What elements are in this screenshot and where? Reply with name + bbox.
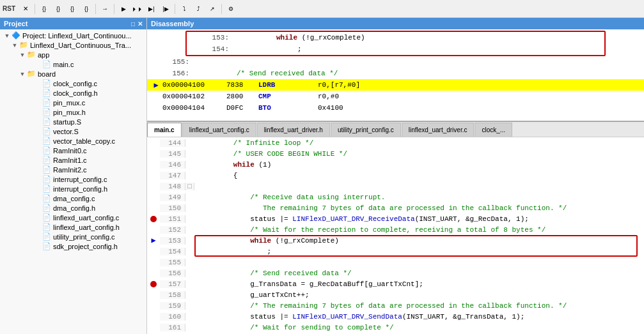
toolbar-sep-3 <box>114 4 114 14</box>
toolbar-debug-btn6[interactable]: ⤴ <box>192 3 205 15</box>
tree-clock-config-c[interactable]: 📄 clock_config.c <box>0 79 146 88</box>
tree-raminit1[interactable]: 📄 RamInit1.c <box>0 155 146 165</box>
tab-main-c[interactable]: main.c <box>147 123 182 137</box>
file-icon-dma-c: 📄 <box>42 194 51 202</box>
tree-label-lc-c: linflexd_uart_config.c <box>53 214 119 222</box>
toolbar-btn-4[interactable]: {} <box>80 3 93 15</box>
disasm-line-156: 156: /* Send received data */ <box>147 68 644 79</box>
folder-icon-board: 📁 <box>27 70 36 78</box>
disasm-code-153: while (!g_rxComplete) <box>234 34 426 42</box>
tree-startup-s[interactable]: 📄 startup.S <box>0 117 146 126</box>
panel-minimize-icon[interactable]: □ <box>131 20 135 27</box>
toolbar-btn-1[interactable]: {} <box>38 3 51 15</box>
tab-utility-print[interactable]: utility_print_config.c <box>331 123 401 137</box>
tree-label-app: app <box>38 51 49 59</box>
linenum-146: 146 <box>160 161 185 169</box>
content-149: /* Receive data using interrupt. <box>194 194 385 201</box>
disasm-instr-4104: BTO <box>258 104 297 112</box>
linenum-160: 160 <box>160 313 185 321</box>
code-editor[interactable]: 144 /* Infinite loop */ 145 /* USER CODE… <box>147 137 644 334</box>
linenum-150: 150 <box>160 204 185 212</box>
boxed-code-region: ▶ 153 while (!g_rxComplete) 154 ; <box>147 235 644 257</box>
code-line-145: 145 /* USER CODE BEGIN WHILE */ <box>147 148 644 159</box>
code-line-144: 144 /* Infinite loop */ <box>147 137 644 148</box>
fold-148[interactable]: □ <box>185 183 194 190</box>
linenum-159: 159 <box>160 302 185 310</box>
disasm-addr-4102: 0x00004102 <box>162 93 226 100</box>
tree-sdk-config-h[interactable]: 📄 sdk_project_config.h <box>0 241 146 251</box>
tab-label-linflexd-config-c: linflexd_uart_config.c <box>189 126 249 133</box>
tab-linflexd-config-c[interactable]: linflexd_uart_config.c <box>182 123 256 137</box>
tree-dma-h[interactable]: 📄 dma_config.h <box>0 203 146 213</box>
linenum-154: 154 <box>160 248 185 255</box>
disasm-operands-4100: r0,[r7,#0] <box>297 81 360 89</box>
debug-arrow-icon: ▶ <box>151 236 155 245</box>
tree-interrupt-h[interactable]: 📄 interrupt_config.h <box>0 184 146 194</box>
toolbar-settings-btn[interactable]: ⚙ <box>224 3 237 15</box>
linenum-153: 153 <box>160 237 185 245</box>
tree-main-c[interactable]: 📄 main.c <box>0 59 146 69</box>
tree-toggle-root[interactable]: ▼ <box>3 33 12 39</box>
toolbar-debug-btn3[interactable]: ▶| <box>145 3 158 15</box>
tree-linflexd-root[interactable]: ▼ 📁 Linflexd_Uart_Continuous_Tra... <box>0 40 146 50</box>
disasm-linenum-153: 153: <box>202 34 234 42</box>
tree-vector-s[interactable]: 📄 vector.S <box>0 126 146 136</box>
panel-close-icon[interactable]: ✕ <box>137 20 143 27</box>
tree-pin-mux-c[interactable]: 📄 pin_mux.c <box>0 98 146 107</box>
tree-utility-c[interactable]: 📄 utility_print_config.c <box>0 232 146 241</box>
tree-toggle-board[interactable]: ▼ <box>18 71 27 77</box>
disasm-line-4102: 0x00004102 2800 CMP r0,#0 <box>147 91 644 102</box>
toolbar-forward-btn[interactable]: → <box>98 3 111 15</box>
toolbar-stop-btn[interactable]: ✕ <box>19 3 32 15</box>
file-icon-raminit2: 📄 <box>42 165 51 174</box>
toolbar-debug-btn2[interactable]: ⏵⏵ <box>131 3 144 15</box>
linenum-152: 152 <box>160 226 185 234</box>
toolbar-btn-2[interactable]: {} <box>52 3 65 15</box>
tree-linflexd-config-c[interactable]: 📄 linflexd_uart_config.c <box>0 213 146 222</box>
tree-project-root[interactable]: ▼ 🔷 Project: Linflexd_Uart_Continuou... <box>0 31 146 40</box>
toolbar-btn-3[interactable]: {} <box>66 3 79 15</box>
tree-board-folder[interactable]: ▼ 📁 board <box>0 69 146 79</box>
tree-interrupt-c[interactable]: 📄 interrupt_config.c <box>0 174 146 184</box>
breakpoint-151[interactable] <box>150 216 157 222</box>
tabs-bar: main.c linflexd_uart_config.c linflexd_u… <box>147 122 644 137</box>
tree-raminit2[interactable]: 📄 RamInit2.c <box>0 165 146 174</box>
file-icon-startup: 📄 <box>42 118 51 126</box>
tree-raminit0[interactable]: 📄 RamInit0.c <box>0 146 146 155</box>
tab-clock-dot[interactable]: clock_... <box>475 123 512 137</box>
tree-toggle-linflexd[interactable]: ▼ <box>10 42 19 49</box>
disassembly-header: Disassembly <box>147 18 644 29</box>
tree-label-vector-s: vector.S <box>53 128 79 135</box>
tree-app-folder[interactable]: ▼ 📁 app <box>0 50 146 59</box>
disassembly-title: Disassembly <box>151 20 194 27</box>
toolbar-debug-btn1[interactable]: ▶ <box>117 3 130 15</box>
tree-label-linflexd: Linflexd_Uart_Continuous_Tra... <box>30 42 131 49</box>
tree-dma-c[interactable]: 📄 dma_config.c <box>0 194 146 203</box>
file-icon-pin-h: 📄 <box>42 108 51 116</box>
disasm-line-153: 153: while (!g_rxComplete) <box>187 32 604 43</box>
code-line-160: 160 status |= LINFlexD_UART_DRV_SendData… <box>147 311 644 322</box>
toolbar-debug-btn4[interactable]: |▶ <box>159 3 172 15</box>
tree-clock-config-h[interactable]: 📄 clock_config.h <box>0 88 146 98</box>
file-icon-clock-c: 📄 <box>42 79 51 87</box>
linenum-145: 145 <box>160 150 185 158</box>
tab-linflexd-driver-c[interactable]: linflexd_uart_driver.c <box>402 123 475 137</box>
tree-toggle-app[interactable]: ▼ <box>18 52 27 58</box>
breakpoint-157[interactable] <box>150 281 157 287</box>
tree-pin-mux-h[interactable]: 📄 pin_mux.h <box>0 107 146 117</box>
tree-label-vtable: vector_table_copy.c <box>53 137 115 145</box>
toolbar-debug-btn5[interactable]: ⤵ <box>178 3 191 15</box>
disasm-opcode-4102: 2800 <box>226 93 258 100</box>
tree-label-interrupt-h: interrupt_config.h <box>53 185 107 193</box>
right-panel: Disassembly 153: while (!g_rxComplete) 1… <box>147 18 644 334</box>
tab-linflexd-driver-h[interactable]: linflexd_uart_driver.h <box>257 123 330 137</box>
code-line-146: 146 while (1) <box>147 159 644 170</box>
file-icon-main-c: 📄 <box>42 60 51 68</box>
tree-linflexd-config-h[interactable]: 📄 linflexd_uart_config.h <box>0 222 146 232</box>
toolbar-debug-btn7[interactable]: ↗ <box>206 3 219 15</box>
content-150: The remaining 7 bytes of data are proces… <box>194 204 567 212</box>
linenum-148: 148 <box>160 183 185 190</box>
tree-vector-table[interactable]: 📄 vector_table_copy.c <box>0 136 146 146</box>
file-icon-raminit0: 📄 <box>42 146 51 155</box>
disassembly-area[interactable]: 153: while (!g_rxComplete) 154: ; <box>147 29 644 122</box>
